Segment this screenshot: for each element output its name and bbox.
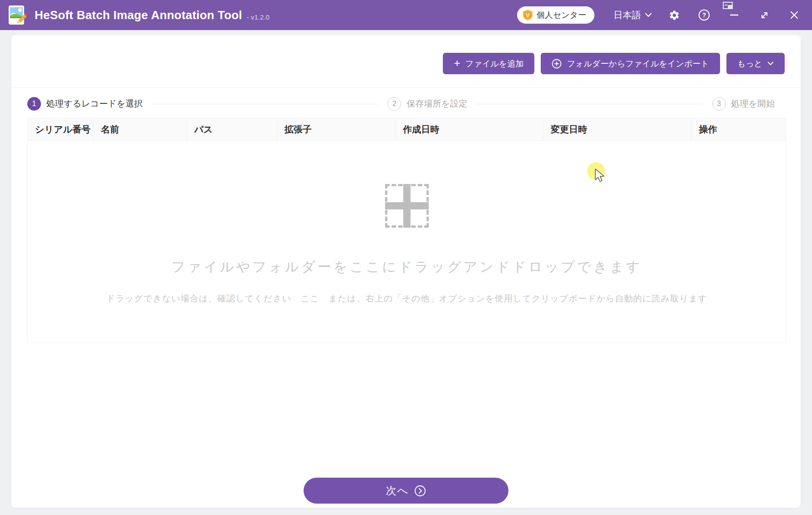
step-connector	[152, 104, 379, 104]
file-table: シリアル番号 名前 パス 拡張子 作成日時 変更日時 操作 ファイルやフォルダー…	[27, 118, 786, 343]
personal-center-button[interactable]: V 個人センター	[517, 6, 594, 24]
add-files-button[interactable]: + ファイルを追加	[443, 53, 534, 74]
settings-button[interactable]	[666, 7, 682, 23]
column-header-serial: シリアル番号	[28, 118, 94, 140]
column-header-path: パス	[187, 118, 277, 140]
step-2-set-save-location: 2 保存場所を設定	[387, 97, 467, 111]
table-header-row: シリアル番号 名前 パス 拡張子 作成日時 変更日時 操作	[27, 118, 786, 141]
resize-arrows-icon	[759, 10, 770, 20]
step-3-number: 3	[712, 97, 726, 111]
empty-state-hint: ドラッグできない場合は、確認してください ここ または、右上の「その他」オプショ…	[106, 293, 707, 305]
mini-window-icon	[723, 2, 734, 10]
drop-zone[interactable]: ファイルやフォルダーをここにドラッグアンドドロップできます ドラッグできない場合…	[27, 141, 786, 343]
hint-suffix: または、右上の「その他」オプションを使用してクリップボードから自動的に読み取りま…	[329, 294, 707, 303]
plus-icon: +	[454, 58, 460, 69]
step-3-label: 処理を開始	[731, 98, 775, 110]
app-version: - v1.2.0	[247, 13, 269, 21]
app-window: HeSoft Batch Image Annotation Tool - v1.…	[0, 0, 812, 515]
titlebar: HeSoft Batch Image Annotation Tool - v1.…	[0, 0, 812, 30]
svg-text:?: ?	[702, 11, 706, 19]
step-connector	[477, 104, 703, 104]
circle-plus-icon	[552, 59, 562, 69]
svg-text:V: V	[526, 12, 529, 19]
help-button[interactable]: ?	[696, 7, 712, 23]
column-header-extension: 拡張子	[277, 118, 396, 140]
hint-prefix: ドラッグできない場合は、確認してください	[106, 294, 291, 303]
question-circle-icon: ?	[698, 9, 710, 21]
main-card: + ファイルを追加 フォルダーからファイルをインポート もっと	[11, 35, 801, 508]
chevron-down-icon	[767, 61, 774, 66]
empty-state-text: ファイルやフォルダーをここにドラッグアンドドロップできます	[171, 258, 642, 276]
step-1-number: 1	[27, 97, 41, 111]
language-label: 日本語	[614, 9, 641, 21]
step-1-label: 処理するレコードを選択	[46, 98, 143, 110]
personal-center-label: 個人センター	[537, 10, 586, 20]
add-files-label: ファイルを追加	[465, 58, 523, 69]
step-indicator: 1 処理するレコードを選択 2 保存場所を設定 3 処理を開始	[27, 97, 775, 111]
app-logo-icon	[8, 5, 27, 25]
step-3-start-processing: 3 処理を開始	[712, 97, 775, 111]
column-header-created: 作成日時	[396, 118, 543, 140]
next-label: 次へ	[386, 484, 409, 498]
close-button[interactable]	[787, 7, 802, 23]
step-1-select-records: 1 処理するレコードを選択	[27, 97, 143, 111]
app-title: HeSoft Batch Image Annotation Tool	[35, 8, 242, 22]
column-header-modified: 変更日時	[543, 118, 692, 140]
mini-window-button[interactable]	[723, 2, 734, 12]
more-label: もっと	[737, 58, 762, 69]
step-2-label: 保存場所を設定	[406, 98, 467, 110]
gear-icon	[669, 10, 680, 21]
language-selector[interactable]: 日本語	[614, 9, 652, 21]
step-2-number: 2	[387, 97, 401, 111]
vip-badge-icon: V	[523, 10, 533, 20]
close-icon	[789, 10, 799, 20]
maximize-button[interactable]	[756, 7, 772, 23]
column-header-actions: 操作	[691, 118, 785, 140]
import-folder-button[interactable]: フォルダーからファイルをインポート	[541, 53, 720, 74]
column-header-name: 名前	[94, 118, 187, 140]
hint-here-link[interactable]: ここ	[300, 294, 319, 303]
import-folder-label: フォルダーからファイルをインポート	[567, 58, 709, 69]
arrow-right-circle-icon	[414, 485, 426, 497]
more-button[interactable]: もっと	[726, 53, 785, 74]
next-step-button[interactable]: 次へ	[304, 478, 508, 504]
drag-drop-target-icon	[385, 184, 429, 228]
file-toolbar: + ファイルを追加 フォルダーからファイルをインポート もっと	[11, 35, 801, 88]
chevron-down-icon	[645, 13, 652, 17]
